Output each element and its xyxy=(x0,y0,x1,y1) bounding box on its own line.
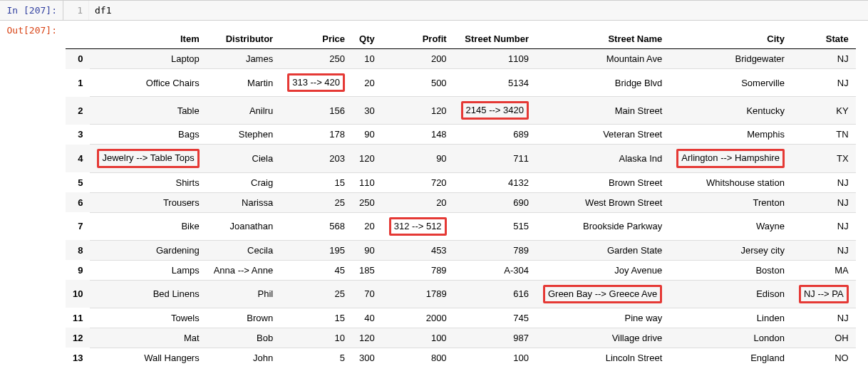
cell: 110 xyxy=(352,172,382,192)
cell: Narissa xyxy=(207,192,280,212)
cell: Pine way xyxy=(536,308,669,328)
cell: Joy Avenue xyxy=(536,260,669,280)
cell: 10 xyxy=(280,328,352,348)
cell: 313 --> 420 xyxy=(280,69,352,97)
cell: Jewelry --> Table Tops xyxy=(90,145,206,172)
cell: Mountain Ave xyxy=(536,49,669,69)
cell: MA xyxy=(792,260,856,280)
diff-highlight: Jewelry --> Table Tops xyxy=(97,149,199,167)
table-row: 6TrousersNarissa2525020690West Brown Str… xyxy=(66,192,856,212)
cell: Bob xyxy=(207,328,280,348)
cell: 195 xyxy=(280,240,352,260)
cell: Whitshouse station xyxy=(669,172,792,192)
cell: NJ --> PA xyxy=(792,280,856,308)
cell: Martin xyxy=(207,69,280,97)
cell: Wayne xyxy=(669,212,792,240)
code-text[interactable]: df1 xyxy=(89,1,868,20)
table-row: 5ShirtsCraig151107204132Brown StreetWhit… xyxy=(66,172,856,192)
cell: NJ xyxy=(792,172,856,192)
cell: 2145 --> 3420 xyxy=(454,97,536,125)
cell: Green Bay --> Greece Ave xyxy=(536,280,669,308)
table-head: ItemDistributorPriceQtyProfitStreet Numb… xyxy=(66,29,856,49)
diff-highlight: 313 --> 420 xyxy=(287,73,345,92)
row-index: 10 xyxy=(66,280,90,308)
cell: 25 xyxy=(280,280,352,308)
cell: London xyxy=(669,328,792,348)
cell: Arlington --> Hampshire xyxy=(669,145,792,172)
cell: 120 xyxy=(352,328,382,348)
cell: 15 xyxy=(280,172,352,192)
cell: 987 xyxy=(454,328,536,348)
cell: Phil xyxy=(207,280,280,308)
cell: Kentucky xyxy=(669,97,792,125)
cell: 203 xyxy=(280,145,352,172)
column-header: Street Number xyxy=(454,29,536,49)
table-row: 11TowelsBrown15402000745Pine wayLindenNJ xyxy=(66,308,856,328)
column-header: Item xyxy=(90,29,206,49)
cell: NJ xyxy=(792,192,856,212)
row-index: 7 xyxy=(66,212,90,240)
cell: 178 xyxy=(280,125,352,145)
cell: Wall Hangers xyxy=(90,348,206,367)
cell: Mat xyxy=(90,328,206,348)
cell: Towels xyxy=(90,308,206,328)
cell: OH xyxy=(792,328,856,348)
cell: 745 xyxy=(454,308,536,328)
cell: Edison xyxy=(669,280,792,308)
cell: A-304 xyxy=(454,260,536,280)
row-index: 2 xyxy=(66,97,90,125)
cell: KY xyxy=(792,97,856,125)
index-header xyxy=(66,29,90,49)
row-index: 4 xyxy=(66,145,90,172)
table-row: 1Office ChairsMartin313 --> 420205005134… xyxy=(66,69,856,97)
cell: Bed Linens xyxy=(90,280,206,308)
cell: 500 xyxy=(382,69,454,97)
table-row: 4Jewelry --> Table TopsCiela20312090711A… xyxy=(66,145,856,172)
code-editor[interactable]: 1 df1 xyxy=(63,1,868,20)
cell: 1109 xyxy=(454,49,536,69)
row-index: 8 xyxy=(66,240,90,260)
notebook-area: In [207]: 1 df1 Out[207]: ItemDistributo… xyxy=(0,0,868,370)
cell: Table xyxy=(90,97,206,125)
cell: Alaska Ind xyxy=(536,145,669,172)
cell: 789 xyxy=(454,240,536,260)
cell: 30 xyxy=(352,97,382,125)
cell: 690 xyxy=(454,192,536,212)
column-header: Profit xyxy=(382,29,454,49)
output-cell: Out[207]: ItemDistributorPriceQtyProfitS… xyxy=(0,21,868,370)
cell: Craig xyxy=(207,172,280,192)
table-row: 10Bed LinensPhil25701789616Green Bay -->… xyxy=(66,280,856,308)
cell: 90 xyxy=(382,145,454,172)
diff-highlight: Arlington --> Hampshire xyxy=(676,149,785,167)
cell: 789 xyxy=(382,260,454,280)
cell: 120 xyxy=(352,145,382,172)
cell: Bike xyxy=(90,212,206,240)
cell: James xyxy=(207,49,280,69)
diff-highlight: NJ --> PA xyxy=(799,285,849,303)
cell: 15 xyxy=(280,308,352,328)
diff-highlight: 312 --> 512 xyxy=(389,217,447,236)
cell: Brown xyxy=(207,308,280,328)
cell: 200 xyxy=(382,49,454,69)
cell: Trenton xyxy=(669,192,792,212)
cell: England xyxy=(669,348,792,367)
cell: Laptop xyxy=(90,49,206,69)
cell: 300 xyxy=(352,348,382,367)
cell: 156 xyxy=(280,97,352,125)
cell: John xyxy=(207,348,280,367)
input-cell: In [207]: 1 df1 xyxy=(0,0,868,21)
output-area: ItemDistributorPriceQtyProfitStreet Numb… xyxy=(63,21,868,370)
row-index: 11 xyxy=(66,308,90,328)
cell: 90 xyxy=(352,125,382,145)
cell: Bridgewater xyxy=(669,49,792,69)
cell: Cecila xyxy=(207,240,280,260)
cell: 70 xyxy=(352,280,382,308)
column-header: City xyxy=(669,29,792,49)
table-row: 7BikeJoanathan56820312 --> 512515Brooksi… xyxy=(66,212,856,240)
column-header: Street Name xyxy=(536,29,669,49)
cell: NJ xyxy=(792,240,856,260)
column-header: State xyxy=(792,29,856,49)
cell: 689 xyxy=(454,125,536,145)
cell: Memphis xyxy=(669,125,792,145)
row-index: 9 xyxy=(66,260,90,280)
